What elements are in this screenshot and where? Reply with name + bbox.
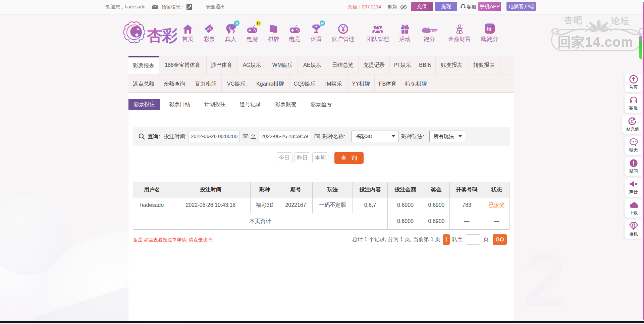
svg-text:嗨牛正品店: 嗨牛正品店 xyxy=(430,29,438,32)
svg-text:C: C xyxy=(631,119,634,124)
svg-text:hi: hi xyxy=(486,26,491,32)
